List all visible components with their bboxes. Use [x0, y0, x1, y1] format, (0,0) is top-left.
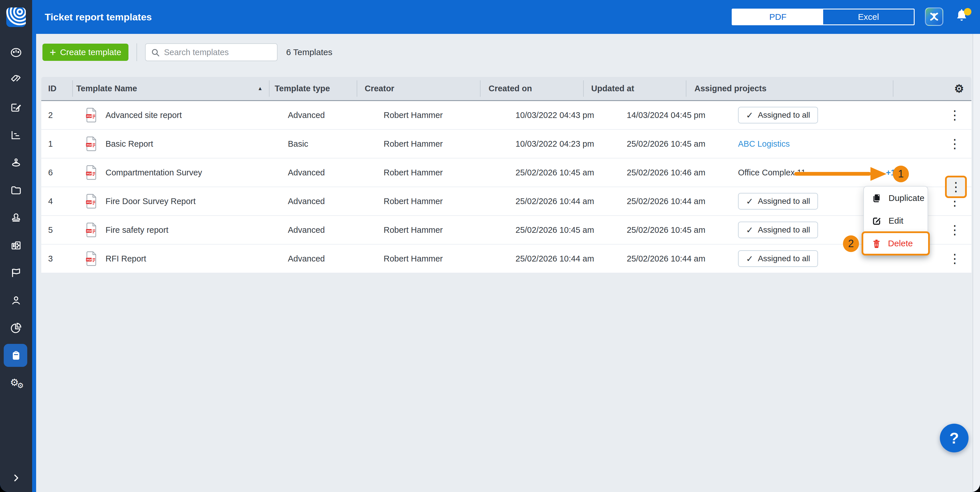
- assigned-project-link[interactable]: ABC Logistics: [738, 139, 790, 149]
- column-divider: [357, 80, 357, 97]
- row-actions-kebab[interactable]: ⋮: [946, 137, 964, 150]
- pdf-file-icon: PDF: [86, 222, 97, 237]
- table-row: 1 PDF Basic Report Basic Robert Hammer 1…: [41, 130, 971, 158]
- gear-icon[interactable]: ⚙: [954, 82, 964, 95]
- sidebar-item-tags[interactable]: [0, 66, 32, 94]
- column-header-creator[interactable]: Creator: [357, 77, 480, 100]
- assigned-to-all-badge[interactable]: ✓Assigned to all: [738, 193, 818, 209]
- sidebar-item-company[interactable]: [0, 232, 32, 259]
- sidebar-item-users[interactable]: [0, 287, 32, 314]
- sidebar-item-flags[interactable]: [0, 259, 32, 287]
- sidebar-item-stamp[interactable]: [0, 204, 32, 232]
- menu-item-delete[interactable]: Delete: [862, 232, 930, 256]
- cell-updated-at: 25/02/2026 10:45 am: [619, 139, 729, 149]
- sidebar-item-dashboard[interactable]: [0, 39, 32, 66]
- page-title: Ticket report templates: [45, 0, 152, 34]
- chart-icon: [10, 129, 22, 141]
- cell-template-type: Advanced: [282, 254, 375, 264]
- cell-id: 3: [41, 254, 79, 264]
- sidebar-item-analytics[interactable]: [0, 314, 32, 342]
- app-window: ⚙⚙ Ticket report templates PDF Excel: [0, 0, 980, 492]
- cell-id: 5: [41, 225, 79, 235]
- scrollbar-track[interactable]: [972, 34, 980, 492]
- column-header-id[interactable]: ID: [41, 77, 72, 100]
- cell-creator: Robert Hammer: [375, 139, 507, 149]
- assigned-to-all-badge[interactable]: ✓Assigned to all: [738, 250, 818, 267]
- search-input[interactable]: [145, 43, 278, 61]
- cell-template-name: PDF Fire Door Survey Report: [79, 194, 282, 209]
- notifications-button[interactable]: [955, 8, 972, 27]
- person-pin-icon: [10, 157, 22, 169]
- app-logo[interactable]: [6, 8, 26, 27]
- cell-creator: Robert Hammer: [375, 254, 507, 264]
- row-actions-kebab[interactable]: ⋮: [946, 224, 964, 236]
- row-actions-kebab[interactable]: ⋮: [947, 181, 965, 193]
- cell-template-type: Advanced: [282, 196, 375, 206]
- edit-icon: [872, 216, 881, 225]
- cell-updated-at: 25/02/2026 10:46 am: [619, 168, 729, 177]
- sidebar-item-site-induction[interactable]: [0, 149, 32, 177]
- toggle-pdf[interactable]: PDF: [733, 10, 823, 24]
- row-context-menu: Duplicate Edit Delete: [863, 186, 928, 255]
- cell-id: 4: [41, 196, 79, 206]
- sidebar-nav: ⚙⚙: [0, 39, 32, 397]
- cell-created-on: 25/02/2026 10:44 am: [507, 196, 619, 206]
- column-header-template-type[interactable]: Template type: [269, 77, 357, 100]
- notification-dot: [964, 8, 971, 16]
- top-header: Ticket report templates PDF Excel: [36, 0, 980, 34]
- column-header-created-on[interactable]: Created on: [480, 77, 583, 100]
- plus-icon: +: [49, 47, 56, 58]
- cell-created-on: 10/03/2022 04:43 pm: [507, 110, 619, 120]
- table-row: 2 PDF Advanced site report Advanced Robe…: [41, 101, 971, 130]
- cell-template-name: PDF Basic Report: [79, 136, 282, 151]
- sidebar-item-projects[interactable]: [0, 177, 32, 204]
- gears-icon: ⚙⚙: [10, 377, 22, 390]
- check-icon: ✓: [746, 254, 753, 264]
- form-signature-icon: [10, 102, 22, 114]
- folder-icon: [10, 184, 22, 196]
- annotation-arrow: [794, 172, 871, 176]
- column-header-assigned-projects[interactable]: Assigned projects: [686, 77, 893, 100]
- pdf-file-icon: PDF: [86, 165, 97, 180]
- create-template-button[interactable]: + Create template: [43, 44, 129, 61]
- sort-asc-icon: ▲: [258, 86, 262, 91]
- column-divider: [583, 80, 584, 97]
- stamp-icon: [10, 212, 22, 224]
- sidebar-item-settings[interactable]: ⚙⚙: [0, 369, 32, 397]
- assigned-to-all-badge[interactable]: ✓Assigned to all: [738, 222, 818, 238]
- search-box: [145, 43, 278, 61]
- svg-text:PDF: PDF: [87, 143, 92, 146]
- table-row: 3 PDF RFI Report Advanced Robert Hammer …: [41, 244, 971, 273]
- menu-item-edit[interactable]: Edit: [864, 209, 928, 232]
- cell-updated-at: 14/03/2024 04:45 pm: [619, 110, 729, 120]
- pdf-file-icon: PDF: [86, 194, 97, 209]
- toggle-excel[interactable]: Excel: [823, 10, 914, 24]
- app-switcher-button[interactable]: [925, 8, 943, 26]
- sidebar-item-reports[interactable]: [0, 121, 32, 149]
- user-icon: [10, 294, 22, 307]
- create-template-label: Create template: [60, 47, 121, 57]
- toolbar-divider: [137, 43, 137, 61]
- column-settings[interactable]: ⚙: [893, 77, 971, 100]
- column-header-template-name[interactable]: Template Name▲: [72, 77, 269, 100]
- row-actions-kebab[interactable]: ⋮: [946, 109, 964, 121]
- highlighted-kebab-button[interactable]: ⋮: [945, 176, 967, 198]
- help-button[interactable]: ?: [940, 424, 969, 452]
- row-actions-kebab[interactable]: ⋮: [946, 252, 964, 265]
- logo-arcs-icon: [6, 8, 26, 27]
- cell-created-on: 25/02/2026 10:45 am: [507, 168, 619, 177]
- templates-count: 6 Templates: [286, 47, 332, 57]
- trash-icon: [872, 238, 881, 248]
- sidebar-collapse-button[interactable]: [0, 468, 32, 488]
- sidebar-item-templates[interactable]: [0, 342, 32, 369]
- column-header-updated-at[interactable]: Updated at: [583, 77, 686, 100]
- cell-template-type: Advanced: [282, 225, 375, 235]
- column-divider: [72, 80, 73, 97]
- sidebar-item-forms[interactable]: [0, 94, 32, 121]
- column-divider: [269, 80, 269, 97]
- annotation-step-2: 2: [843, 235, 859, 252]
- menu-item-duplicate[interactable]: Duplicate: [864, 187, 928, 209]
- assigned-to-all-badge[interactable]: ✓Assigned to all: [738, 107, 818, 123]
- cell-updated-at: 25/02/2026 10:44 am: [619, 196, 729, 206]
- table-row: 4 PDF Fire Door Survey Report Advanced R…: [41, 187, 971, 216]
